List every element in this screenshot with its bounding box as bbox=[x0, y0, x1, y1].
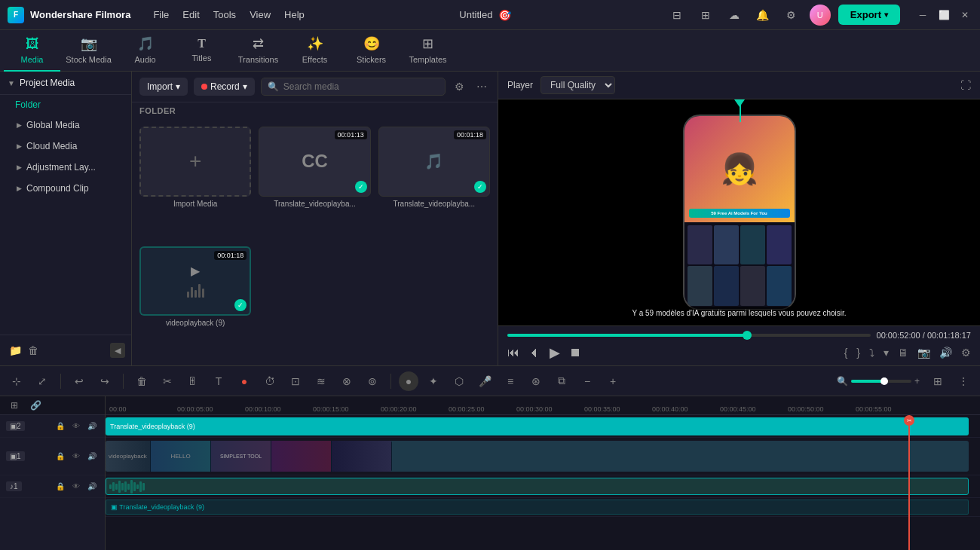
insert-icon[interactable]: ⤵ bbox=[869, 347, 874, 359]
avatar[interactable]: U bbox=[810, 5, 831, 26]
speed-button[interactable]: ⏱ bbox=[259, 371, 280, 392]
track-volume2-icon[interactable]: 🔊 bbox=[85, 450, 99, 463]
redo-button[interactable]: ↪ bbox=[94, 371, 115, 392]
track-clip-video2[interactable]: Translate_videoplayback (9) bbox=[106, 417, 969, 435]
layout-button[interactable]: ⊞ bbox=[927, 371, 948, 392]
sidebar-item-adjustment-layer[interactable]: ▶ Adjustment Lay... bbox=[0, 157, 131, 178]
ripple-tool[interactable]: ⤢ bbox=[32, 371, 53, 392]
collapse-panel-button[interactable]: ◀ bbox=[110, 343, 125, 358]
sidebar-item-cloud-media[interactable]: ▶ Cloud Media bbox=[0, 136, 131, 157]
mark-in-icon[interactable]: { bbox=[844, 347, 848, 359]
sidebar-item-global-media[interactable]: ▶ Global Media bbox=[0, 115, 131, 136]
add-folder-icon[interactable]: 📁 bbox=[6, 341, 24, 359]
render-icon[interactable]: 🖥 bbox=[898, 347, 908, 359]
link-icon[interactable]: 🔗 bbox=[27, 397, 44, 414]
maximize-button[interactable]: ⬜ bbox=[936, 8, 951, 23]
group-button[interactable]: ⧉ bbox=[551, 371, 572, 392]
progress-track[interactable] bbox=[507, 334, 871, 337]
media-thumb-0[interactable]: 00:01:13 CC ✓ bbox=[259, 127, 370, 197]
append-icon[interactable]: ▾ bbox=[884, 347, 889, 359]
add-track-icon[interactable]: ⊞ bbox=[6, 397, 23, 414]
media-item-0[interactable]: 00:01:13 CC ✓ Translate_videoplayba... bbox=[259, 127, 370, 239]
select-tool[interactable]: ⊹ bbox=[6, 371, 27, 392]
track-visibility-icon[interactable]: 👁 bbox=[69, 420, 83, 433]
import-thumb[interactable]: + bbox=[139, 127, 251, 197]
stop-button[interactable]: ⏹ bbox=[569, 346, 581, 359]
plus-button[interactable]: + bbox=[602, 371, 623, 392]
tab-templates[interactable]: ⊞ Templates bbox=[400, 30, 456, 72]
export-button[interactable]: Export ▾ bbox=[838, 5, 900, 25]
grid-icon[interactable]: ⊞ bbox=[695, 5, 716, 26]
track-lock-icon[interactable]: 🔒 bbox=[54, 420, 67, 433]
import-button[interactable]: Import ▾ bbox=[139, 78, 188, 96]
sidebar-item-compound-clip[interactable]: ▶ Compound Clip bbox=[0, 178, 131, 199]
sidebar-item-folder[interactable]: Folder bbox=[0, 95, 131, 115]
sparkle-button[interactable]: ✦ bbox=[423, 371, 444, 392]
settings-icon[interactable]: ⚙ bbox=[781, 5, 802, 26]
menu-edit[interactable]: Edit bbox=[182, 9, 199, 20]
quality-select[interactable]: Full Quality bbox=[541, 76, 615, 94]
monitor-icon[interactable]: ⊟ bbox=[666, 5, 688, 26]
text-button[interactable]: T bbox=[208, 371, 229, 392]
settings-preview-icon[interactable]: ⚙ bbox=[961, 347, 971, 359]
snapshot-icon[interactable]: 📷 bbox=[917, 347, 930, 359]
track-visibility2-icon[interactable]: 👁 bbox=[69, 450, 83, 463]
track-clip-video1[interactable]: videoplayback HELLO SIMPLEST TOOL bbox=[106, 441, 969, 472]
media-thumb-2[interactable]: 00:01:18 ▶ ✓ bbox=[139, 246, 251, 316]
undo-button[interactable]: ↩ bbox=[69, 371, 90, 392]
mark-out-icon[interactable]: } bbox=[856, 347, 860, 359]
tracks-button[interactable]: ≡ bbox=[500, 371, 521, 392]
delete-icon[interactable]: 🗑 bbox=[24, 341, 42, 359]
import-media-item[interactable]: + Import Media bbox=[139, 127, 251, 239]
tab-audio[interactable]: 🎵 Audio bbox=[117, 30, 173, 72]
tab-media[interactable]: 🖼 Media bbox=[4, 30, 60, 72]
tab-titles[interactable]: T Titles bbox=[173, 30, 230, 72]
close-button[interactable]: ✕ bbox=[957, 8, 972, 23]
audio-button[interactable]: 🎚 bbox=[182, 371, 204, 392]
menu-view[interactable]: View bbox=[250, 9, 271, 20]
media-item-2[interactable]: 00:01:18 ▶ ✓ videoplayback (9) bbox=[139, 246, 251, 359]
rewind-button[interactable]: ⏮ bbox=[507, 346, 519, 359]
record-button[interactable]: Record ▾ bbox=[194, 78, 255, 96]
minus-button[interactable]: − bbox=[577, 371, 598, 392]
track-lock2-icon[interactable]: 🔒 bbox=[54, 450, 67, 463]
crop-button[interactable]: ⊡ bbox=[285, 371, 306, 392]
effects-tl-button[interactable]: ⊗ bbox=[336, 371, 357, 392]
tab-stock-media[interactable]: 📷 Stock Media bbox=[60, 30, 117, 72]
progress-thumb[interactable] bbox=[743, 331, 752, 340]
minimize-button[interactable]: ─ bbox=[915, 8, 930, 23]
menu-file[interactable]: File bbox=[153, 9, 169, 20]
compound-button[interactable]: ⊚ bbox=[362, 371, 383, 392]
project-media-header[interactable]: ▼ Project Media bbox=[0, 72, 131, 95]
mic-button[interactable]: 🎤 bbox=[474, 371, 495, 392]
more-options-icon[interactable]: ⋯ bbox=[473, 78, 490, 96]
track-solo-icon[interactable]: 👁 bbox=[69, 480, 83, 493]
zoom-out-icon[interactable]: 🔍 bbox=[837, 376, 848, 387]
shield-button[interactable]: ⬡ bbox=[449, 371, 470, 392]
delete-button[interactable]: 🗑 bbox=[131, 371, 152, 392]
track-clip-extra[interactable]: ▣ Translate_videoplayback (9) bbox=[106, 500, 969, 515]
fullscreen-icon[interactable]: ⛶ bbox=[960, 79, 971, 91]
track-vol3-icon[interactable]: 🔊 bbox=[85, 480, 99, 493]
menu-tools[interactable]: Tools bbox=[213, 9, 236, 20]
track-volume-icon[interactable]: 🔊 bbox=[85, 420, 99, 433]
zoom-in-icon[interactable]: + bbox=[914, 376, 920, 387]
media-thumb-1[interactable]: 00:01:18 🎵 ✓ bbox=[378, 127, 490, 197]
track-mute-icon[interactable]: 🔒 bbox=[54, 480, 67, 493]
tab-stickers[interactable]: 😊 Stickers bbox=[343, 30, 400, 72]
play-button[interactable]: ▶ bbox=[550, 344, 560, 361]
notification-icon[interactable]: 🔔 bbox=[752, 5, 773, 26]
audio-eq-button[interactable]: ≋ bbox=[311, 371, 332, 392]
filter-icon[interactable]: ⚙ bbox=[452, 78, 467, 96]
cut-button[interactable]: ✂ bbox=[157, 371, 178, 392]
zoom-bar[interactable] bbox=[851, 380, 911, 383]
volume-icon[interactable]: 🔊 bbox=[939, 347, 952, 359]
ai-button[interactable]: ⊛ bbox=[525, 371, 547, 392]
menu-help[interactable]: Help bbox=[284, 9, 305, 20]
more-tl-options[interactable]: ⋮ bbox=[953, 371, 974, 392]
search-input[interactable] bbox=[283, 81, 439, 92]
tab-transitions[interactable]: ⇄ Transitions bbox=[230, 30, 286, 72]
track-clip-audio1[interactable] bbox=[106, 478, 969, 495]
step-back-button[interactable]: ⏴ bbox=[528, 346, 541, 359]
color-button[interactable]: ● bbox=[234, 371, 255, 392]
